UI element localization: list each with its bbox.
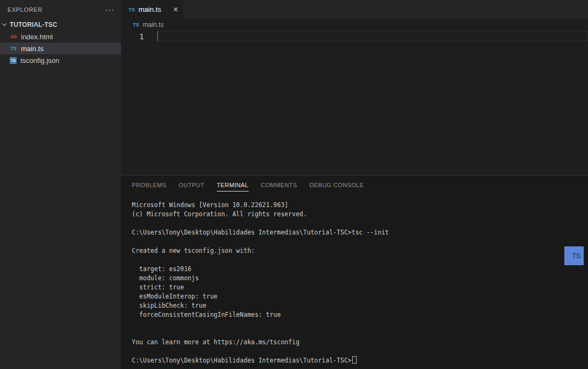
folder-name: TUTORIAL-TSC [10,21,57,29]
file-item-main-ts[interactable]: TSmain.ts [0,42,121,54]
file-list: <>index.htmlTSmain.tsTStsconfig.json [0,31,121,66]
terminal-text: Microsoft Windows [Version 10.0.22621.96… [132,201,389,346]
current-line-highlight [157,31,588,41]
typescript-icon: TS [133,22,139,27]
editor-tab-bar: TS main.ts × [121,0,588,19]
vscode-window: EXPLORER ··· TUTORIAL-TSC <>index.htmlTS… [0,0,588,369]
breadcrumb-label: main.ts [143,21,164,29]
tab-main-ts[interactable]: TS main.ts × [121,0,183,19]
explorer-title: EXPLORER [8,6,42,13]
terminal-output[interactable]: Microsoft Windows [Version 10.0.22621.96… [121,199,588,369]
breadcrumb[interactable]: TS main.ts [121,19,588,31]
sidebar-folder-tutorial-tsc[interactable]: TUTORIAL-TSC [0,19,121,31]
ts-badge-label: TS [572,252,580,260]
file-name: main.ts [21,45,44,53]
bottom-panel: PROBLEMSOUTPUTTERMINALCOMMENTSDEBUG CONS… [121,175,588,369]
file-item-index-html[interactable]: <>index.html [0,31,121,42]
line-number: 1 [139,32,145,41]
html-icon: <> [10,33,17,40]
ts-drag-badge: TS [564,246,584,265]
file-name: index.html [21,33,53,41]
more-actions-icon[interactable]: ··· [105,7,115,12]
terminal-cursor [352,356,357,364]
file-name: tsconfig.json [20,56,59,65]
chevron-down-icon [2,22,6,26]
panel-tab-comments[interactable]: COMMENTS [261,182,297,191]
terminal-prompt: C:\Users\Tony\Desktop\Habilidades Interm… [132,357,352,364]
typescript-icon: TS [10,46,17,51]
explorer-sidebar: EXPLORER ··· TUTORIAL-TSC <>index.htmlTS… [0,0,121,369]
tab-label: main.ts [139,5,161,13]
tsconfig-icon: TS [10,57,17,64]
editor-group: TS main.ts × TS main.ts 1 PROBLEMSOUTPUT… [121,0,588,369]
panel-tab-problems[interactable]: PROBLEMS [132,182,166,191]
close-icon[interactable]: × [173,6,178,13]
file-item-tsconfig-json[interactable]: TStsconfig.json [0,54,121,66]
typescript-icon: TS [129,7,135,12]
explorer-header: EXPLORER ··· [0,0,121,19]
panel-tab-bar: PROBLEMSOUTPUTTERMINALCOMMENTSDEBUG CONS… [121,175,588,191]
panel-tab-output[interactable]: OUTPUT [179,182,204,191]
panel-tab-terminal[interactable]: TERMINAL [217,182,249,191]
code-editor[interactable]: 1 [121,31,588,175]
panel-tab-debug-console[interactable]: DEBUG CONSOLE [309,182,364,191]
